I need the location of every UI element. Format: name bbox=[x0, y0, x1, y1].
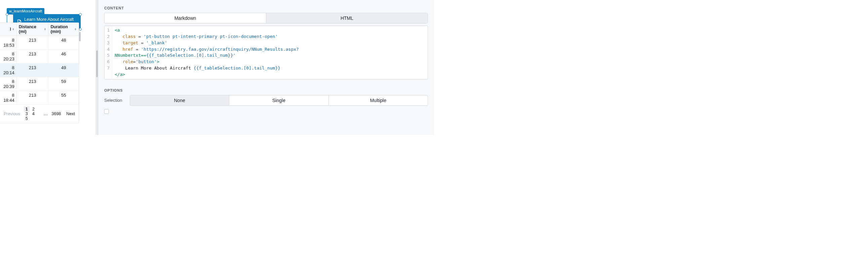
table-cell: 213 bbox=[17, 64, 49, 77]
selection-none[interactable]: None bbox=[130, 95, 229, 105]
col-header-partial[interactable]: l▲▼ bbox=[0, 23, 17, 36]
option-checkbox[interactable] bbox=[104, 109, 109, 114]
selection-segmented: None Single Multiple bbox=[130, 95, 428, 106]
content-section-label: CONTENT bbox=[104, 6, 428, 10]
resize-handle-br[interactable] bbox=[79, 28, 82, 31]
sort-icon[interactable]: ▲▼ bbox=[12, 28, 14, 31]
sort-icon[interactable]: ▲▼ bbox=[74, 28, 76, 31]
canvas-pane: w_learnMoreAircraft Learn More About Air… bbox=[0, 0, 94, 135]
table-cell: 213 bbox=[17, 77, 49, 91]
table-cell: 59 bbox=[49, 77, 79, 91]
widget-id-label: w_learnMoreAircraft bbox=[7, 8, 44, 14]
table-cell: 8 18:53 bbox=[0, 36, 17, 49]
col-header-duration[interactable]: Duration (min)▲▼ bbox=[49, 23, 79, 36]
table-cell: 213 bbox=[17, 91, 49, 104]
table-cell: 8 20:39 bbox=[0, 77, 17, 91]
table-cell: 213 bbox=[17, 36, 49, 49]
pager-page[interactable]: 5 bbox=[24, 115, 30, 122]
col-header-distance[interactable]: Distance (mi)▲▼ bbox=[17, 23, 49, 36]
line-gutter: 1234567 bbox=[104, 26, 112, 79]
resize-handle-tl[interactable] bbox=[6, 13, 8, 16]
table-cell: 213 bbox=[17, 50, 49, 63]
code-editor[interactable]: 1234567 <a class = 'pt-button pt-intent-… bbox=[104, 26, 428, 79]
scrollbar-thumb[interactable] bbox=[79, 32, 81, 41]
table-row[interactable]: 8 20:2321346 bbox=[0, 50, 79, 64]
properties-panel: CONTENT Markdown HTML 1234567 <a class =… bbox=[98, 0, 434, 135]
table-body: 8 18:53213488 20:23213468 20:14213498 20… bbox=[0, 36, 79, 105]
table-cell: 48 bbox=[49, 36, 79, 49]
table-cell: 55 bbox=[49, 91, 79, 104]
pager-next[interactable]: Next bbox=[65, 111, 76, 117]
pager-prev[interactable]: Previous bbox=[2, 111, 22, 117]
selection-option-label: Selection bbox=[104, 98, 124, 103]
options-section: OPTIONS Selection None Single Multiple bbox=[104, 88, 428, 114]
table-header: l▲▼ Distance (mi)▲▼ Duration (min)▲▼ bbox=[0, 23, 79, 36]
divider-scrollbar-thumb[interactable] bbox=[96, 50, 98, 77]
selection-single[interactable]: Single bbox=[229, 95, 328, 105]
table-cell: 49 bbox=[49, 64, 79, 77]
table-cell: 8 20:23 bbox=[0, 50, 17, 63]
sort-icon[interactable]: ▲▼ bbox=[44, 28, 46, 31]
data-table[interactable]: l▲▼ Distance (mi)▲▼ Duration (min)▲▼ 8 1… bbox=[0, 23, 79, 123]
tab-markdown[interactable]: Markdown bbox=[104, 13, 266, 23]
pagination: Previous 1 2 3 4 5 … 3698 Next bbox=[0, 105, 79, 123]
table-cell: 8 20:14 bbox=[0, 64, 17, 77]
table-row[interactable]: 8 18:5321348 bbox=[0, 36, 79, 50]
pager-last[interactable]: 3698 bbox=[50, 111, 63, 117]
table-row[interactable]: 8 20:3921359 bbox=[0, 77, 79, 91]
options-section-label: OPTIONS bbox=[104, 88, 428, 92]
code-content[interactable]: <a class = 'pt-button pt-intent-primary … bbox=[112, 26, 302, 79]
table-row[interactable]: 8 18:4421355 bbox=[0, 91, 79, 105]
selection-multiple[interactable]: Multiple bbox=[329, 95, 428, 105]
pager-page[interactable]: 4 bbox=[31, 111, 36, 117]
pager-ellipsis: … bbox=[44, 111, 48, 116]
tab-html[interactable]: HTML bbox=[266, 13, 428, 23]
table-cell: 46 bbox=[49, 50, 79, 63]
resize-handle-tr[interactable] bbox=[79, 13, 82, 16]
pane-divider[interactable] bbox=[96, 0, 98, 135]
table-cell: 8 18:44 bbox=[0, 91, 17, 104]
table-row[interactable]: 8 20:1421349 bbox=[0, 64, 79, 77]
content-type-tabs: Markdown HTML bbox=[104, 13, 428, 24]
